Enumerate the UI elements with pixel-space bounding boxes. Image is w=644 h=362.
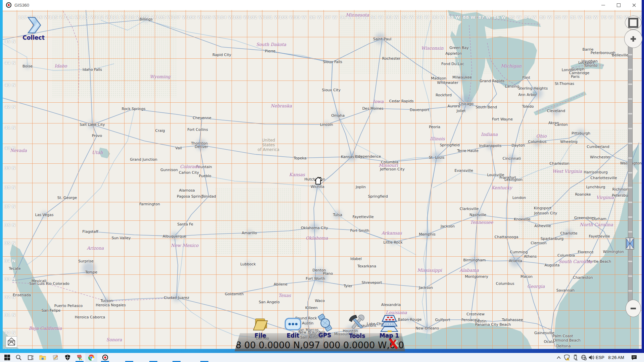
message-envelope-button[interactable] (6, 336, 17, 348)
toolbar-item-edit[interactable]: Edit (277, 317, 309, 339)
city-label: Tucson (100, 299, 113, 303)
zoom-slider-track[interactable] (628, 40, 633, 306)
city-label: Savannah (556, 288, 575, 293)
chrome-button[interactable] (85, 353, 97, 362)
grid-line-lon (477, 10, 477, 349)
notification-icon (631, 355, 637, 360)
grid-line-lon (262, 10, 262, 349)
city-label: Dayton (511, 143, 525, 148)
grid-line-lon (247, 10, 247, 349)
city-label: Milwaukee (452, 75, 472, 80)
toolbar-item-tools[interactable]: Tools (341, 313, 373, 339)
city-label: Ormond Beach (553, 338, 581, 343)
toolbar-item-map[interactable]: Map 1 (373, 314, 405, 339)
gis-plant-app-button[interactable] (74, 353, 85, 362)
city-label: Las Vegas (35, 213, 54, 217)
city-label: Charleston (573, 275, 593, 280)
grid-line-lon (446, 10, 447, 349)
collect-button[interactable]: Collect (20, 17, 47, 49)
grid-line-lat (3, 81, 642, 81)
city-label: Tecate (9, 266, 21, 271)
city-label: Salt Lake City (80, 122, 105, 127)
city-label: Santa Fe (177, 222, 193, 226)
city-label: Roanoke (575, 192, 591, 197)
grid-line-lat (3, 11, 642, 11)
city-label: Clarksville (460, 207, 479, 211)
defender-button[interactable] (62, 353, 73, 362)
city-label: Sterling Heights (518, 86, 548, 91)
state-label: South Carolina (558, 259, 592, 264)
city-label: Trinidad (201, 194, 216, 199)
city-label: Kingsport (534, 206, 552, 210)
grid-label-lon: 98 W (309, 15, 322, 20)
minimize-button[interactable] (595, 0, 611, 10)
usb-device-icon (573, 355, 578, 360)
action-center-button[interactable] (628, 353, 640, 362)
tray-language[interactable]: ESP (595, 353, 605, 362)
state-label: Georgia (527, 284, 545, 289)
city-label: Joplin (356, 185, 366, 189)
grid-label-lon: 81 W (570, 15, 583, 20)
city-label: Topeka (294, 156, 306, 160)
file-explorer-button[interactable] (37, 353, 48, 362)
grid-label-lat: 41 N (4, 125, 16, 130)
gis360-taskbar-button[interactable] (99, 353, 111, 362)
city-label: Pierre (265, 49, 276, 53)
grid-line-lat (3, 58, 642, 59)
state-label: Virginia (596, 195, 614, 200)
toolbar-item-gps[interactable]: GPS (309, 314, 341, 339)
state-label: Iowa (373, 99, 384, 104)
grid-line-lon (400, 10, 401, 349)
speaker-icon (589, 355, 595, 360)
city-label: Evansville (454, 168, 473, 173)
city-label: Cañon City (179, 170, 199, 175)
window-controls (595, 0, 642, 10)
task-view-button[interactable] (25, 353, 36, 362)
task-view-icon (28, 355, 34, 360)
grid-label-lon: 114 W (64, 15, 80, 20)
grid-label-lon: 88 W (463, 15, 475, 20)
gis-plant-app-icon (77, 355, 83, 361)
collect-chevron-icon (26, 17, 41, 34)
city-label: Heroica Caborca (75, 315, 105, 319)
grid-line-lon (354, 10, 354, 349)
grid-label-lat: 45 N (4, 39, 16, 44)
start-button[interactable] (1, 353, 13, 362)
zoom-in-button[interactable] (624, 30, 642, 48)
home-position-marker (314, 176, 323, 186)
city-label: Pueblo (199, 174, 211, 178)
drawing-app-button[interactable] (50, 353, 61, 362)
maximize-button[interactable] (611, 0, 626, 10)
close-button[interactable] (626, 0, 642, 10)
extent-button[interactable] (625, 16, 642, 30)
zoom-out-button[interactable] (626, 300, 641, 317)
state-label: Tennessee (470, 220, 493, 225)
state-label: Wyoming (150, 74, 170, 79)
city-label: St. Louis (429, 155, 445, 160)
city-label: Flagstaff (82, 229, 98, 234)
toolbar-item-file[interactable]: File (244, 315, 277, 339)
state-label: Nevada (10, 148, 27, 153)
city-label: Atlanta (509, 259, 522, 263)
grid-label-lat: 31 N (4, 312, 16, 317)
zoom-slider-thumb[interactable] (626, 238, 634, 250)
taskbar-search-button[interactable] (13, 353, 24, 362)
city-label: Lexington (504, 177, 523, 182)
state-label: Michigan (501, 63, 522, 68)
tray-clock[interactable]: 8:26 AM (607, 353, 626, 362)
city-label: Tempe (85, 270, 97, 274)
city-label: Alamosa (179, 188, 195, 193)
grid-line-lon (155, 10, 155, 349)
city-label: Albuquerque (163, 234, 186, 239)
grid-label-lat: 43 N (4, 83, 16, 88)
satellite-icon (315, 314, 335, 332)
plus-icon (630, 36, 636, 42)
grid-label-lat: 36 N (4, 222, 16, 227)
city-label: Appleton (445, 51, 462, 56)
gis360-icon (102, 355, 108, 360)
city-label: Plano (323, 271, 333, 276)
state-label: North Carolina (580, 222, 613, 227)
city-label: Sioux Falls (323, 60, 342, 64)
grid-line-lat (3, 163, 642, 164)
state-label: Indiana (481, 132, 498, 137)
